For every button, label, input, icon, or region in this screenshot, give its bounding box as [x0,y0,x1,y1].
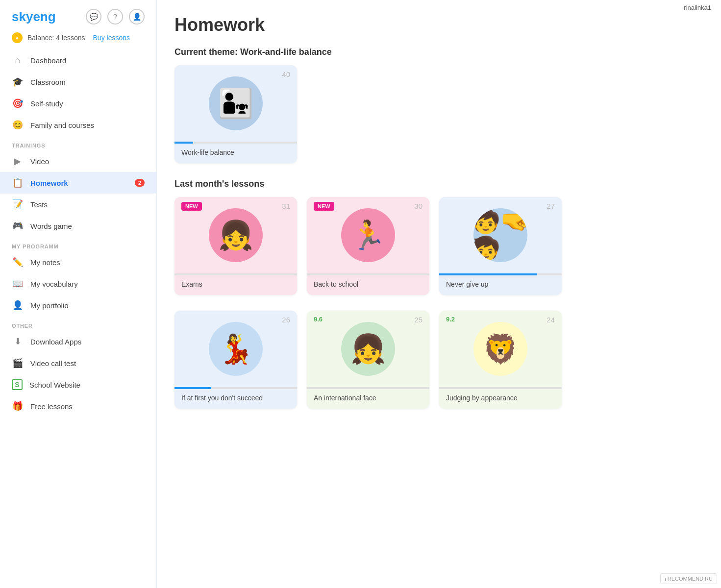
tests-icon: 📝 [12,199,24,210]
card-international-face-rating: 9.6 [314,316,323,323]
self-study-icon: 🎯 [12,98,24,109]
last-month-row-1: 31 NEW 👧 Exams 30 NEW 🏃 Back to school [174,197,703,295]
balance-label: Balance: 4 lessons [27,34,85,42]
nav-school-website-label: School Website [29,381,80,389]
card-back-to-school-avatar: 🏃 [341,208,395,262]
card-exams-image: 31 NEW 👧 [174,197,297,273]
school-website-icon: S [12,379,23,390]
coin-icon: ● [12,32,23,43]
card-international-face-label: An international face [307,389,429,409]
card-exams-badge: NEW [181,202,202,211]
card-if-at-first-avatar: 💃 [209,322,263,376]
trainings-section-label: TRAININGS [0,136,156,150]
video-call-test-icon: 🎬 [12,358,24,368]
current-theme-card[interactable]: 40 👨‍👧 Work-life balance [174,65,297,163]
free-lessons-icon: 🎁 [12,401,24,412]
current-card-avatar: 👨‍👧 [209,76,263,130]
card-if-at-first-image: 26 💃 [174,311,297,387]
nav-dashboard[interactable]: ⌂ Dashboard [0,50,156,71]
nav-video[interactable]: ▶ Video [0,150,156,172]
card-exams-label: Exams [174,275,297,295]
watermark: i RECOMMEND.RU [660,573,717,584]
nav-free-lessons[interactable]: 🎁 Free lessons [0,395,156,417]
buy-lessons-link[interactable]: Buy lessons [93,34,130,42]
download-apps-icon: ⬇ [12,336,24,347]
card-back-to-school[interactable]: 30 NEW 🏃 Back to school [307,197,429,295]
balance-row: ● Balance: 4 lessons Buy lessons [0,29,156,50]
card-exams-avatar: 👧 [209,208,263,262]
family-icon: 😊 [12,120,24,130]
nav-video-label: Video [30,157,49,166]
nav-download-apps-label: Download Apps [30,338,81,346]
other-section-label: OTHER [0,316,156,331]
user-icon[interactable]: 👤 [129,9,145,24]
card-judging-appearance[interactable]: 24 9.2 🦁 Judging by appearance [439,311,562,409]
nav-dashboard-label: Dashboard [30,56,66,65]
card-if-at-first[interactable]: 26 💃 If at first you don't succeed [174,311,297,409]
nav-my-notes-label: My notes [30,258,60,267]
card-international-face[interactable]: 25 9.6 👧 An international face [307,311,429,409]
card-never-give-up[interactable]: 27 🧒‍🤜🧒 Never give up [439,197,562,295]
nav-tests-label: Tests [30,200,48,209]
nav-classroom-label: Classroom [30,78,66,86]
logo-icons: 💬 ? 👤 [86,9,145,24]
nav-free-lessons-label: Free lessons [30,402,73,411]
nav-my-portfolio-label: My portfolio [30,301,69,310]
my-portfolio-icon: 👤 [12,300,24,311]
nav-homework[interactable]: 📋 Homework 2 [0,172,156,194]
sidebar: skyeng 💬 ? 👤 ● Balance: 4 lessons Buy le… [0,0,157,588]
main-content: Homework Current theme: Work-and-life ba… [157,0,721,588]
classroom-icon: 🎓 [12,76,24,87]
card-never-give-up-number: 27 [547,202,555,210]
card-judging-appearance-number: 24 [547,316,555,324]
card-exams-number: 31 [282,202,290,210]
homework-icon: 📋 [12,177,24,188]
nav-download-apps[interactable]: ⬇ Download Apps [0,331,156,352]
card-exams[interactable]: 31 NEW 👧 Exams [174,197,297,295]
card-judging-appearance-label: Judging by appearance [439,389,562,409]
nav-my-portfolio[interactable]: 👤 My portfolio [0,294,156,316]
current-theme-row: 40 👨‍👧 Work-life balance [174,65,703,163]
last-month-label: Last month's lessons [174,179,703,189]
logo: skyeng [12,9,56,24]
nav-family[interactable]: 😊 Family and courses [0,114,156,136]
card-international-face-image: 25 9.6 👧 [307,311,429,387]
current-card-label: Work-life balance [174,144,297,163]
logo-area: skyeng 💬 ? 👤 [0,0,156,29]
nav-self-study[interactable]: 🎯 Self-study [0,93,156,114]
card-judging-appearance-avatar: 🦁 [473,322,527,376]
dashboard-icon: ⌂ [12,55,24,66]
card-if-at-first-label: If at first you don't succeed [174,389,297,409]
nav-my-vocabulary[interactable]: 📖 My vocabulary [0,273,156,294]
nav-school-website[interactable]: S School Website [0,374,156,395]
card-back-to-school-badge: NEW [314,202,334,211]
current-card-image-area: 40 👨‍👧 [174,65,297,142]
nav-tests[interactable]: 📝 Tests [0,194,156,215]
myprogramm-section-label: MY PROGRAMM [0,237,156,251]
words-game-icon: 🎮 [12,220,24,231]
nav-self-study-label: Self-study [30,99,63,108]
my-notes-icon: ✏️ [12,257,24,268]
page-title: Homework [174,15,703,35]
card-back-to-school-image: 30 NEW 🏃 [307,197,429,273]
nav-my-notes[interactable]: ✏️ My notes [0,251,156,273]
homework-badge: 2 [135,179,145,187]
card-back-to-school-number: 30 [414,202,423,210]
card-judging-appearance-rating: 9.2 [446,316,455,323]
nav-words-game[interactable]: 🎮 Words game [0,215,156,237]
current-card-number: 40 [282,70,290,78]
help-icon[interactable]: ? [107,9,123,24]
chat-icon[interactable]: 💬 [86,9,101,24]
nav-video-call-test-label: Video call test [30,359,76,368]
video-icon: ▶ [12,156,24,167]
nav-video-call-test[interactable]: 🎬 Video call test [0,352,156,374]
card-never-give-up-label: Never give up [439,275,562,295]
my-vocabulary-icon: 📖 [12,278,24,289]
topbar: rinalinka1 [674,0,721,15]
current-theme-label: Current theme: Work-and-life balance [174,47,703,57]
nav-classroom[interactable]: 🎓 Classroom [0,71,156,93]
nav-family-label: Family and courses [30,121,94,129]
nav-words-game-label: Words game [30,222,72,230]
card-international-face-avatar: 👧 [341,322,395,376]
card-judging-appearance-image: 24 9.2 🦁 [439,311,562,387]
